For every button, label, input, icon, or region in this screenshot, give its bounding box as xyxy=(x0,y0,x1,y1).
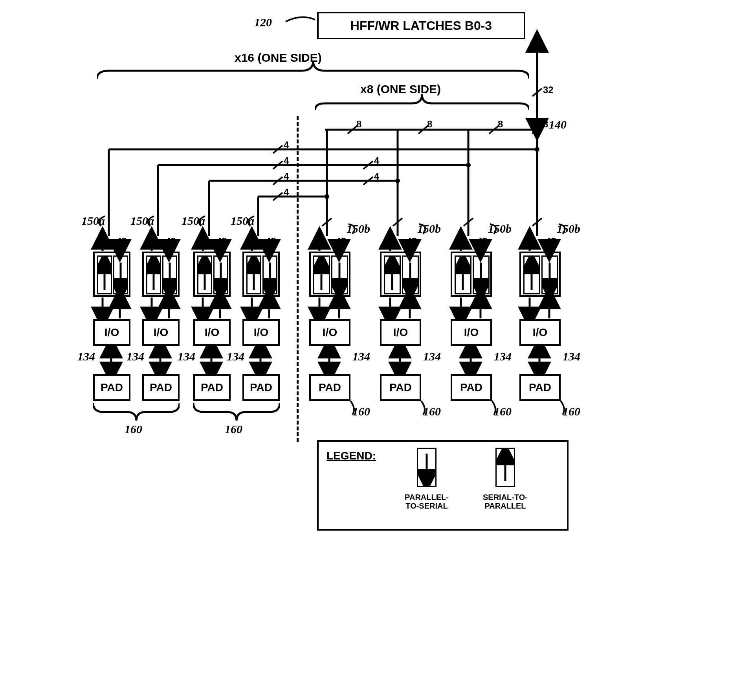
ch3-in: 4 xyxy=(253,236,259,247)
hff-wr-latches-block: HFF/WR LATCHES B0-3 xyxy=(317,12,525,39)
s2p-0 xyxy=(97,255,112,294)
conv-6 xyxy=(451,252,492,297)
ch4-in: 8 xyxy=(321,236,326,247)
ch5-out: 8 xyxy=(412,236,417,247)
divider-dashed xyxy=(297,116,299,442)
ref-120: 120 xyxy=(254,16,272,29)
bus8-2: 8 xyxy=(498,119,503,130)
bus4-3: 4 xyxy=(284,187,289,198)
pad-2: PAD xyxy=(193,374,231,401)
svg-line-1 xyxy=(532,88,542,96)
conv-0 xyxy=(93,252,130,297)
conv-4 xyxy=(309,252,350,297)
svg-line-7 xyxy=(348,126,357,134)
bus4-0: 4 xyxy=(284,140,289,151)
svg-line-28 xyxy=(363,161,373,169)
ref-140: 140 xyxy=(549,118,567,131)
conv-5 xyxy=(380,252,421,297)
bus4-1: 4 xyxy=(284,155,289,166)
ch5-in: 8 xyxy=(392,236,397,247)
svg-point-21 xyxy=(395,178,400,183)
brace-160-left2 xyxy=(193,401,280,424)
ch2-out: 4 xyxy=(222,236,227,247)
pad-6: PAD xyxy=(451,374,492,401)
ch6-out: 8 xyxy=(482,236,488,247)
ref-160-left2: 160 xyxy=(225,423,242,436)
diagram-root: HFF/WR LATCHES B0-3 120 x16 (ONE SIDE) x… xyxy=(77,8,675,566)
io-5: I/O xyxy=(380,319,421,346)
svg-point-23 xyxy=(535,127,539,132)
bus4-2: 4 xyxy=(284,171,289,182)
svg-point-19 xyxy=(535,147,539,152)
io-2: I/O xyxy=(193,319,231,346)
ref-134-2: 134 xyxy=(178,350,195,363)
ref-160-7: 160 xyxy=(563,405,580,418)
svg-line-10 xyxy=(532,126,542,134)
ref-134-6: 134 xyxy=(494,350,512,363)
legend-box: LEGEND: PARALLEL- TO-SERIAL SERIAL-TO- P… xyxy=(317,440,569,531)
io-6: I/O xyxy=(451,319,492,346)
legend-p2s-text: PARALLEL- TO-SERIAL xyxy=(397,493,456,510)
ch6-in: 8 xyxy=(462,236,468,247)
conv-2 xyxy=(193,252,231,297)
ch1-in: 4 xyxy=(153,236,158,247)
svg-line-27 xyxy=(273,193,282,200)
ch3-out: 4 xyxy=(271,236,276,247)
ref-150b-5: 150b xyxy=(417,222,441,235)
ch0-in: 4 xyxy=(104,236,109,247)
ref-150b-4: 150b xyxy=(347,222,370,235)
brace-x16-label: x16 (ONE SIDE) xyxy=(235,51,322,64)
ch1-out: 4 xyxy=(171,236,176,247)
ref-134-0: 134 xyxy=(77,350,95,363)
ch2-in: 4 xyxy=(204,236,209,247)
io-0: I/O xyxy=(93,319,130,346)
extra4-0: 4 xyxy=(374,155,379,166)
svg-line-9 xyxy=(489,126,499,134)
legend-title: LEGEND: xyxy=(326,450,376,462)
svg-line-36 xyxy=(464,218,473,226)
bus8-1: 8 xyxy=(427,119,432,130)
svg-point-20 xyxy=(466,163,471,167)
legend-s2p-icon xyxy=(495,448,515,487)
io-4: I/O xyxy=(309,319,350,346)
svg-line-26 xyxy=(273,177,282,185)
pad-5: PAD xyxy=(380,374,421,401)
ref-134-3: 134 xyxy=(227,350,244,363)
ref-160-6: 160 xyxy=(494,405,512,418)
ref-134-4: 134 xyxy=(352,350,370,363)
ref-134-1: 134 xyxy=(127,350,144,363)
ch7-in: 8 xyxy=(531,236,536,247)
svg-line-37 xyxy=(532,218,542,226)
ref-134-7: 134 xyxy=(563,350,580,363)
bus8-0: 8 xyxy=(356,119,361,130)
pad-1: PAD xyxy=(142,374,180,401)
ref-134-5: 134 xyxy=(423,350,441,363)
bus8-3: 8 xyxy=(543,119,548,130)
ref-150b-6: 150b xyxy=(488,222,512,235)
io-7: I/O xyxy=(519,319,561,346)
svg-line-29 xyxy=(363,177,373,185)
extra4-1: 4 xyxy=(374,171,379,182)
conv-1 xyxy=(142,252,180,297)
svg-line-35 xyxy=(393,218,402,226)
svg-point-22 xyxy=(325,194,329,199)
brace-160-left1 xyxy=(93,401,180,424)
ref-150a-1: 150a xyxy=(130,214,154,228)
legend-p2s-icon xyxy=(417,448,437,487)
svg-line-25 xyxy=(273,161,282,169)
ref-150a-3: 150a xyxy=(231,214,254,228)
svg-line-34 xyxy=(322,218,332,226)
ch0-out: 4 xyxy=(122,236,127,247)
pad-3: PAD xyxy=(242,374,280,401)
ref-160-4: 160 xyxy=(352,405,370,418)
io-1: I/O xyxy=(142,319,180,346)
brace-x8-label: x8 (ONE SIDE) xyxy=(360,83,441,96)
pad-7: PAD xyxy=(519,374,561,401)
bus-32: 32 xyxy=(543,85,554,96)
svg-line-24 xyxy=(273,145,282,153)
ref-160-5: 160 xyxy=(423,405,441,418)
ref-160-left1: 160 xyxy=(125,423,142,436)
pad-4: PAD xyxy=(309,374,350,401)
ref-150b-7: 150b xyxy=(557,222,580,235)
conv-7 xyxy=(519,252,561,297)
